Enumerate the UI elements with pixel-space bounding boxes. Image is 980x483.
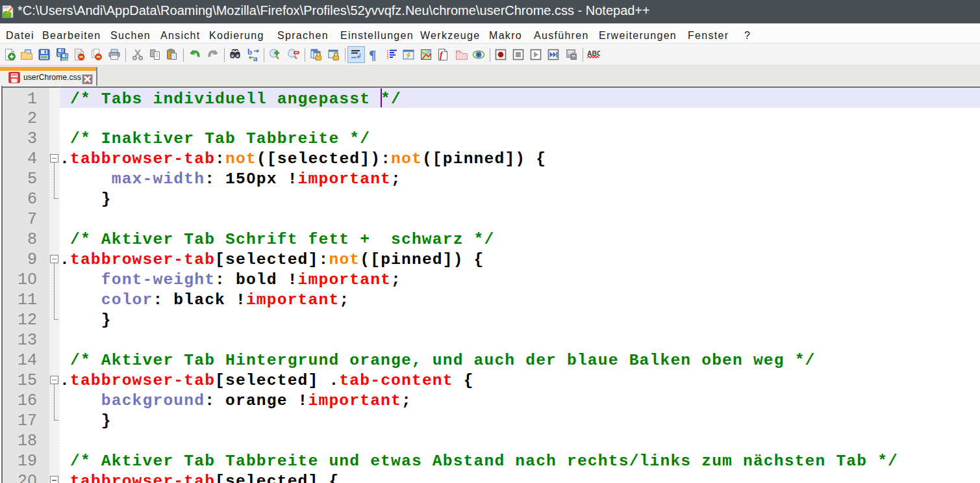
svg-text:b: b bbox=[247, 48, 252, 57]
svg-text:ABC: ABC bbox=[587, 50, 600, 57]
svg-text:a: a bbox=[253, 53, 258, 62]
svg-text:¶: ¶ bbox=[369, 48, 376, 61]
